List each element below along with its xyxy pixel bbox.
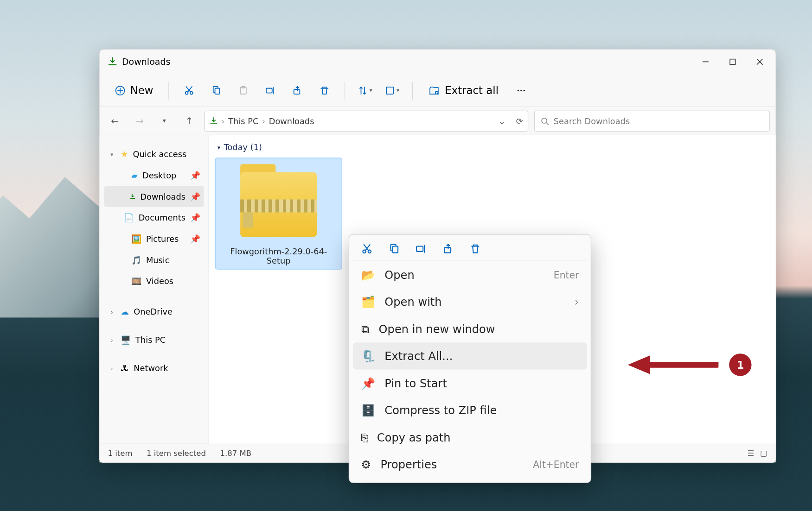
zip-icon: 🗄️ <box>361 404 375 417</box>
svg-rect-10 <box>266 88 272 93</box>
more-button[interactable] <box>510 80 531 101</box>
up-button[interactable]: ↑ <box>179 112 198 131</box>
navigation-pane: ▾ ★ Quick access ▰ Desktop 📌 Downloads 📌 <box>100 135 209 443</box>
context-label: Pin to Start <box>384 377 447 390</box>
view-button[interactable]: ▾ <box>382 80 403 101</box>
svg-rect-12 <box>386 87 393 94</box>
search-box[interactable] <box>534 110 770 132</box>
sidebar-item-downloads[interactable]: Downloads 📌 <box>104 186 204 207</box>
breadcrumb-root[interactable]: This PC <box>228 116 258 126</box>
context-properties[interactable]: ⚙ Properties Alt+Enter <box>353 451 587 478</box>
history-dropdown[interactable]: ▾ <box>155 112 174 131</box>
sidebar-item-pictures[interactable]: 🖼️ Pictures 📌 <box>104 228 204 250</box>
svg-rect-7 <box>215 88 220 94</box>
sidebar-item-music[interactable]: 🎵 Music <box>104 249 204 271</box>
share-button[interactable] <box>287 80 308 101</box>
status-selected: 1 item selected <box>147 449 206 458</box>
sidebar-quick-access[interactable]: ▾ ★ Quick access <box>104 144 204 165</box>
separator <box>169 82 169 99</box>
context-copy-as-path[interactable]: ⎘ Copy as path <box>353 423 587 450</box>
pin-icon: 📌 <box>190 192 200 201</box>
minimize-button[interactable] <box>692 50 719 74</box>
refresh-button[interactable]: ⟳ <box>516 116 523 126</box>
svg-rect-22 <box>416 246 423 252</box>
new-button[interactable]: New <box>109 81 159 100</box>
forward-button[interactable]: → <box>130 112 149 131</box>
separator <box>412 82 413 99</box>
sidebar-item-desktop[interactable]: ▰ Desktop 📌 <box>104 165 204 186</box>
extract-all-label: Extract all <box>445 84 499 97</box>
context-open-new-window[interactable]: ⧉ Open in new window <box>353 315 587 342</box>
context-label: Open <box>384 268 414 281</box>
sidebar-this-pc[interactable]: ›🖥️ This PC <box>104 329 204 351</box>
back-button[interactable]: ← <box>105 112 124 131</box>
sidebar-network[interactable]: ›🖧 Network <box>104 358 204 379</box>
window-title: Downloads <box>122 57 171 67</box>
svg-point-16 <box>523 89 525 91</box>
more-icon <box>516 85 526 96</box>
tiles-view-button[interactable]: ▢ <box>760 449 767 458</box>
sidebar-item-videos[interactable]: 🎞️ Videos <box>104 271 204 292</box>
sidebar-onedrive[interactable]: ›☁ OneDrive <box>104 301 204 322</box>
context-rename[interactable] <box>415 243 427 255</box>
pin-icon: 📌 <box>190 234 200 243</box>
cut-button[interactable] <box>179 80 200 101</box>
close-button[interactable] <box>746 50 773 74</box>
context-delete[interactable] <box>469 243 481 255</box>
context-label: Copy as path <box>377 431 451 444</box>
folder-icon: 📂 <box>361 268 375 281</box>
breadcrumb-leaf[interactable]: Downloads <box>269 116 314 126</box>
file-name: Flowgorithm-2.29.0-64-Setup <box>219 246 338 265</box>
clipboard-icon <box>238 85 249 96</box>
svg-rect-11 <box>294 89 300 94</box>
rename-button[interactable] <box>260 80 281 101</box>
file-item-zip[interactable]: Flowgorithm-2.29.0-64-Setup <box>215 158 342 269</box>
annotation-number: 1 <box>736 359 744 371</box>
context-open-with[interactable]: 🗂️ Open with › <box>353 288 587 315</box>
context-compress-zip[interactable]: 🗄️ Compress to ZIP file <box>353 397 587 423</box>
delete-button[interactable] <box>314 80 335 101</box>
sidebar-label: Network <box>134 364 168 373</box>
context-label: Compress to ZIP file <box>384 404 497 416</box>
context-label: Open with <box>384 296 441 309</box>
copy-icon <box>211 85 222 96</box>
sidebar-label: Music <box>146 255 170 265</box>
open-with-icon: 🗂️ <box>361 295 375 309</box>
chevron-right-icon: › <box>575 296 579 309</box>
sidebar-label: Desktop <box>142 170 176 180</box>
pin-icon: 📌 <box>361 376 375 390</box>
pin-icon: 📌 <box>190 170 200 180</box>
context-extract-all[interactable]: 🗜️ Extract All... <box>353 342 587 369</box>
downloads-icon <box>210 117 218 125</box>
group-header-label: Today (1) <box>224 142 262 151</box>
address-bar[interactable]: › This PC › Downloads ⌄ ⟳ <box>205 110 528 132</box>
context-cut[interactable] <box>361 243 373 255</box>
svg-rect-23 <box>444 247 451 252</box>
sidebar-label: Videos <box>146 277 173 286</box>
titlebar[interactable]: Downloads <box>100 50 776 74</box>
address-dropdown[interactable]: ⌄ <box>499 116 505 126</box>
new-window-icon: ⧉ <box>361 322 370 335</box>
sidebar-item-documents[interactable]: 📄 Documents 📌 <box>104 207 204 228</box>
context-pin-to-start[interactable]: 📌 Pin to Start <box>353 370 587 397</box>
sort-button[interactable]: ▾ <box>355 80 376 101</box>
paste-button[interactable] <box>233 80 254 101</box>
copy-button[interactable] <box>206 80 227 101</box>
maximize-button[interactable] <box>719 50 746 74</box>
search-input[interactable] <box>554 116 763 126</box>
group-header[interactable]: ▾ Today (1) <box>209 135 776 155</box>
shortcut: Alt+Enter <box>533 459 579 470</box>
toolbar: New <box>100 74 776 107</box>
status-size: 1.87 MB <box>220 449 251 458</box>
context-copy[interactable] <box>388 243 400 255</box>
trash-icon <box>320 85 330 96</box>
details-view-button[interactable]: ☰ <box>748 449 754 458</box>
context-open[interactable]: 📂 Open Enter <box>353 261 587 288</box>
context-share[interactable] <box>442 243 454 255</box>
rename-icon <box>265 85 276 96</box>
extract-all-button[interactable]: Extract all <box>422 81 505 100</box>
extract-all-icon <box>428 84 440 96</box>
shortcut: Enter <box>554 269 579 280</box>
annotation-badge: 1 <box>729 353 751 376</box>
sidebar-label: Downloads <box>140 192 185 201</box>
